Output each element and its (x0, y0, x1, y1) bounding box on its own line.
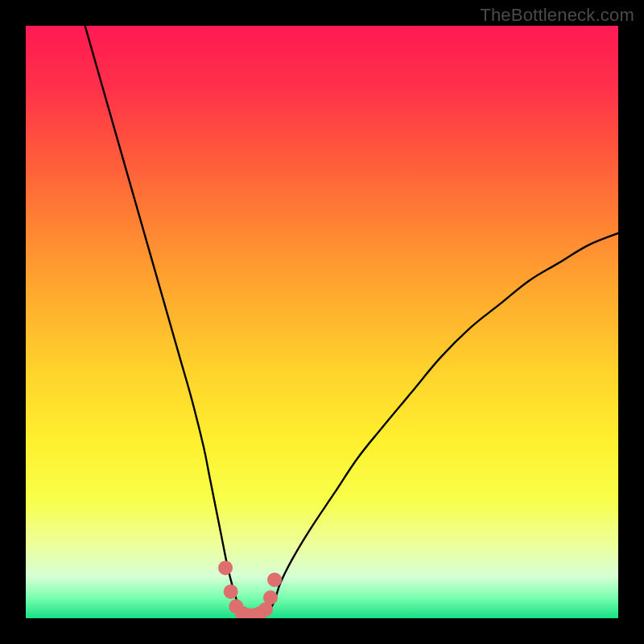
plot-area (26, 26, 618, 618)
gradient-background (26, 26, 618, 618)
accent-dot (267, 572, 282, 587)
watermark-text: TheBottleneck.com (480, 5, 634, 26)
accent-dot (218, 560, 233, 575)
accent-dot (263, 590, 278, 605)
bottleneck-chart (26, 26, 618, 618)
chart-frame: TheBottleneck.com (0, 0, 644, 644)
accent-dot (224, 584, 238, 599)
